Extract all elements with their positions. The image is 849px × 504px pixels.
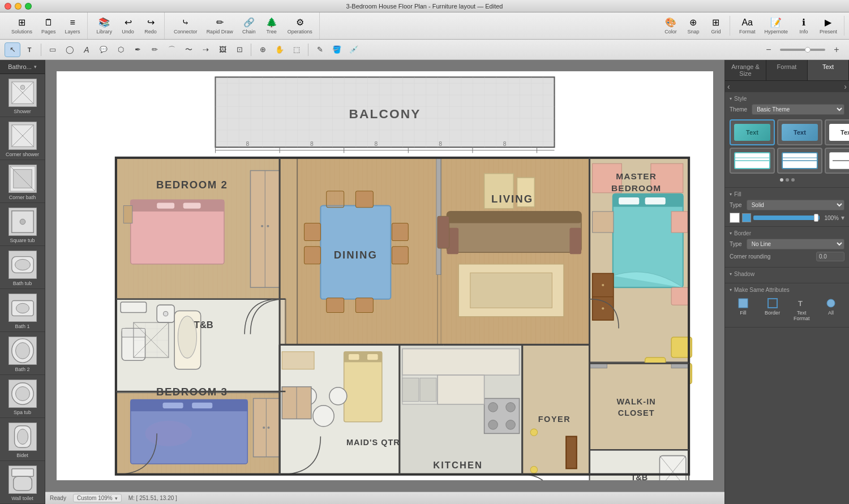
zoom-selector[interactable]: Custom 109% ▾: [73, 494, 122, 502]
toolbar-group-view: 🎨 Color ⊕ Snap ⊞ Grid: [657, 16, 730, 36]
maximize-button[interactable]: [25, 3, 32, 10]
style-opt-teal[interactable]: Text: [730, 119, 775, 145]
fill-opacity-bar[interactable]: [753, 216, 820, 220]
svg-point-151: [488, 403, 498, 412]
sidebar-item-square-tub[interactable]: Square tub: [0, 203, 45, 246]
canvas[interactable]: BALCONY 8 8 8 8 8: [57, 71, 713, 480]
pages-button[interactable]: 🗒 Pages: [38, 16, 59, 36]
tab-format[interactable]: Format: [766, 60, 808, 80]
edit-path-tool[interactable]: ✎: [312, 42, 328, 57]
sidebar-item-bidet[interactable]: Bidet: [0, 418, 45, 461]
zoom-out-button[interactable]: −: [761, 42, 777, 57]
eyedrop-tool[interactable]: 💉: [346, 42, 362, 57]
tab-arrange-size[interactable]: Arrange & Size: [725, 60, 766, 80]
sidebar-item-bath1[interactable]: Bath 1: [0, 289, 45, 332]
rapid-draw-button[interactable]: ✏ Rapid Draw: [203, 16, 237, 36]
border-type-select[interactable]: No Line: [747, 239, 844, 249]
chain-button[interactable]: 🔗 Chain: [239, 16, 259, 36]
zoom-area-tool[interactable]: ⬚: [289, 42, 305, 57]
speech-bubble-tool[interactable]: 💬: [96, 42, 112, 57]
fill-options-button[interactable]: ▾: [841, 214, 844, 222]
tree-button[interactable]: 🌲 Tree: [261, 16, 282, 36]
zoom-slider[interactable]: [780, 49, 825, 51]
sidebar-item-bath2[interactable]: Bath 2: [0, 332, 45, 375]
paint-tool[interactable]: 🪣: [329, 42, 345, 57]
theme-row: Theme Basic Theme: [730, 104, 844, 115]
pen-tool[interactable]: ✒: [130, 42, 145, 57]
sidebar-item-shower[interactable]: Shower: [0, 74, 45, 117]
svg-text:8: 8: [375, 141, 378, 147]
color-button[interactable]: 🎨 Color: [661, 16, 681, 36]
svg-point-164: [530, 466, 537, 473]
snap-button[interactable]: ⊕ Snap: [683, 16, 704, 36]
solutions-button[interactable]: ⊞ Solutions: [8, 16, 36, 36]
fill-type-select[interactable]: Solid: [747, 200, 844, 210]
operations-button[interactable]: ⚙ Operations: [284, 16, 316, 36]
panel-prev-arrow[interactable]: ‹: [727, 82, 730, 91]
window-title: 3-Bedroom House Floor Plan - Furniture l…: [346, 3, 503, 10]
undo-button[interactable]: ↩ Undo: [118, 16, 138, 36]
sidebar-item-corner-bath[interactable]: Corner bath: [0, 160, 45, 203]
ellipse-tool[interactable]: ◯: [62, 42, 78, 57]
square-tub-icon: [8, 208, 37, 236]
tree-label: Tree: [267, 29, 277, 35]
panel-next-arrow[interactable]: ›: [844, 82, 847, 91]
attr-fill-btn[interactable]: Fill: [730, 295, 757, 324]
select-tool[interactable]: ↖: [5, 42, 20, 57]
library-icon: 📚: [98, 17, 110, 28]
grid-button[interactable]: ⊞ Grid: [706, 16, 726, 36]
svg-point-78: [267, 427, 269, 429]
rectangle-tool[interactable]: ▭: [45, 42, 61, 57]
zoom-in-tool[interactable]: ⊕: [255, 42, 271, 57]
svg-point-77: [263, 427, 265, 429]
left-sidebar: Bathro... ▾ Shower: [0, 60, 45, 504]
text-cursor-tool[interactable]: T: [22, 42, 37, 57]
tab-text[interactable]: Text: [808, 60, 849, 80]
polygon-tool[interactable]: ⬡: [113, 42, 128, 57]
fill-gradient-swatch[interactable]: [742, 213, 751, 222]
redo-button[interactable]: ↪ Redo: [140, 16, 161, 36]
style-opt-outline-teal[interactable]: [730, 148, 775, 174]
style-opt-plain[interactable]: [825, 148, 849, 174]
theme-select[interactable]: Basic Theme: [752, 104, 844, 115]
crop-tool[interactable]: ⊡: [231, 42, 247, 57]
layers-button[interactable]: ≡ Layers: [62, 16, 84, 36]
sidebar-item-corner-shower[interactable]: Corner shower: [0, 117, 45, 160]
canvas-wrapper[interactable]: BALCONY 8 8 8 8 8: [45, 60, 724, 492]
attr-all-btn[interactable]: All: [817, 295, 844, 324]
text-tool[interactable]: A: [79, 42, 95, 57]
connector-button[interactable]: ⤷ Connector: [170, 16, 201, 36]
attr-border-btn[interactable]: Border: [759, 295, 786, 324]
attr-text-format-btn[interactable]: T Text Format: [788, 295, 816, 324]
library-button[interactable]: 📚 Library: [93, 16, 116, 36]
sidebar-item-wall-toilet[interactable]: Wall toilet: [0, 461, 45, 504]
corner-rounding-input[interactable]: [816, 252, 844, 261]
bath1-label: Bath 1: [15, 324, 29, 329]
arc-tool[interactable]: ⌒: [164, 42, 179, 57]
style-opt-blue[interactable]: Text: [777, 119, 822, 145]
style-opt-white[interactable]: Text: [825, 119, 849, 145]
svg-text:T&B: T&B: [194, 320, 213, 330]
sidebar-category-header[interactable]: Bathro... ▾: [0, 60, 45, 74]
hypernote-button[interactable]: 📝 Hypernote: [761, 16, 791, 36]
dot-2: [786, 178, 789, 182]
bath2-label: Bath 2: [15, 367, 29, 372]
zoom-in-button[interactable]: +: [829, 42, 844, 57]
bath1-icon: [8, 294, 37, 322]
minimize-button[interactable]: [15, 3, 22, 10]
info-button[interactable]: ℹ Info: [794, 16, 814, 36]
freehand-tool[interactable]: 〜: [181, 42, 196, 57]
svg-point-15: [16, 303, 29, 313]
present-button[interactable]: ▶ Present: [816, 16, 841, 36]
connector-tool[interactable]: ⇢: [198, 42, 213, 57]
pencil-tool[interactable]: ✏: [147, 42, 162, 57]
sidebar-item-bath-tub[interactable]: Bath tub: [0, 246, 45, 289]
fill-color-swatch[interactable]: [730, 213, 740, 223]
format-button[interactable]: Aa Format: [736, 16, 759, 36]
window-controls[interactable]: [5, 3, 32, 10]
sidebar-item-spa-tub[interactable]: Spa tub: [0, 375, 45, 418]
pan-tool[interactable]: ✋: [272, 42, 288, 57]
style-opt-outline-blue[interactable]: [777, 148, 822, 174]
close-button[interactable]: [5, 3, 11, 10]
image-tool[interactable]: 🖼: [215, 42, 230, 57]
